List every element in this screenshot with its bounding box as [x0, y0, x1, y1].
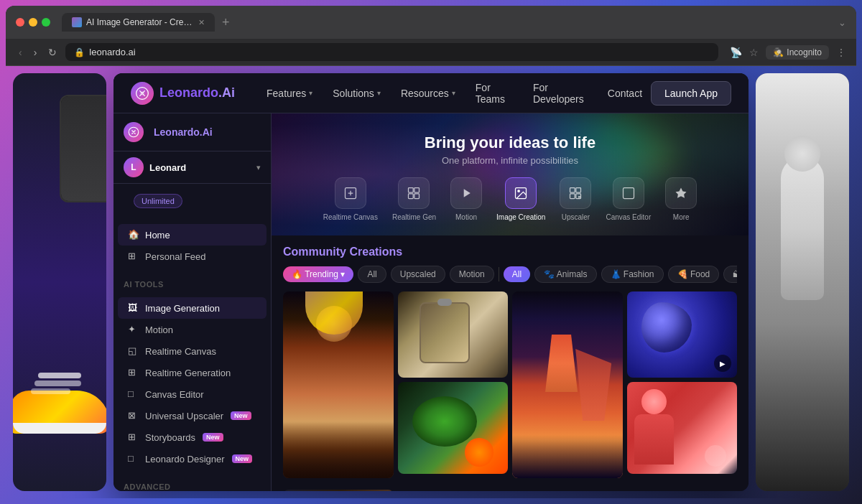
filter-all-inactive[interactable]: All	[358, 266, 386, 283]
filter-animals[interactable]: 🐾 Animals	[534, 266, 596, 283]
sidebar-item-leo-designer[interactable]: □ Leonardo Designer New	[118, 448, 267, 470]
left-decoration	[13, 73, 106, 491]
more-icon	[665, 177, 697, 209]
sidebar-item-image-gen[interactable]: 🖼 Image Generation	[118, 297, 267, 319]
home-icon: 🏠	[128, 229, 139, 241]
sidebar-item-canvas-editor[interactable]: □ Canvas Editor	[118, 383, 267, 405]
nav-for-teams[interactable]: For Teams	[467, 78, 522, 109]
image-creation-label: Image Creation	[496, 213, 545, 221]
motion-icon	[450, 177, 482, 209]
designer-icon: □	[128, 453, 139, 465]
menu-icon[interactable]: ⋮	[836, 47, 846, 58]
incognito-icon: 🕵	[773, 47, 784, 57]
grid-item-cartoon-girl[interactable]	[627, 382, 738, 474]
svg-rect-6	[409, 194, 414, 199]
storyboards-new-badge: New	[203, 433, 223, 442]
forward-button[interactable]: ›	[31, 45, 40, 60]
minimize-button[interactable]	[29, 18, 37, 27]
refresh-button[interactable]: ↻	[45, 45, 60, 60]
filter-food[interactable]: 🍕 Food	[668, 266, 720, 283]
logo-icon	[131, 82, 154, 105]
grid-item-chameleon[interactable]	[398, 382, 509, 474]
filter-landscapes[interactable]: 🏔 Landscapes	[723, 266, 737, 283]
user-dropdown-arrow[interactable]: ▾	[256, 163, 261, 172]
hero-tool-motion[interactable]: Motion	[450, 177, 482, 221]
svg-rect-12	[576, 188, 581, 193]
motion-icon: ✦	[128, 324, 139, 335]
tab-close-icon[interactable]: ✕	[198, 18, 205, 27]
grid-item-handbag[interactable]	[398, 291, 509, 378]
canvas-editor-label: Canvas Editor	[606, 213, 651, 221]
username-display: Leonard	[149, 162, 251, 173]
filter-all-active[interactable]: All	[504, 266, 530, 282]
hero-tool-canvas-editor[interactable]: Canvas Editor	[606, 177, 651, 221]
grid-item-3d-object[interactable]: ▶	[627, 291, 738, 378]
svg-rect-7	[414, 194, 420, 199]
bookmark-icon[interactable]: ☆	[749, 47, 759, 58]
app-window: Leonardo.Ai Features▾ Solutions▾ Resourc…	[113, 73, 749, 491]
image-grid-row2	[272, 490, 749, 491]
grid-item-dress[interactable]	[512, 291, 623, 478]
sidebar-item-storyboards[interactable]: ⊞ Storyboards New	[118, 426, 267, 448]
sidebar-item-motion[interactable]: ✦ Motion	[118, 319, 267, 340]
canvas-editor-icon	[613, 177, 644, 209]
nav-links: Features▾ Solutions▾ Resources▾ For Team…	[258, 78, 651, 109]
filter-bar: 🔥 Trending ▾ All Upscaled Motion All 🐾	[283, 266, 737, 283]
browser-tab-active[interactable]: AI Image Generator - Create ✕	[62, 13, 215, 32]
main-navbar: Leonardo.Ai Features▾ Solutions▾ Resourc…	[113, 73, 749, 113]
nav-solutions[interactable]: Solutions▾	[324, 83, 389, 103]
back-button[interactable]: ‹	[16, 45, 25, 60]
image-creation-icon	[505, 177, 537, 209]
designer-new-badge: New	[232, 454, 253, 463]
sidebar-header: Leonardo.Ai	[113, 113, 271, 151]
filter-trending[interactable]: 🔥 Trending ▾	[283, 266, 353, 282]
cast-icon[interactable]: 📡	[730, 47, 742, 58]
hero-tool-realtime-canvas[interactable]: Realtime Canvas	[323, 177, 378, 221]
sidebar-item-personal-feed[interactable]: ⊞ Personal Feed	[118, 246, 267, 267]
hero-title: Bring your ideas to life	[289, 134, 731, 152]
user-avatar: L	[124, 157, 144, 177]
maximize-button[interactable]	[42, 18, 50, 27]
nav-contact[interactable]: Contact	[599, 83, 651, 103]
community-section: Community Creations 🔥 Trending ▾ All Ups…	[272, 235, 749, 283]
filter-motion[interactable]: Motion	[450, 266, 494, 283]
lock-icon: 🔒	[74, 47, 85, 57]
hero-tools: Realtime Canvas	[289, 177, 731, 221]
incognito-button[interactable]: 🕵 Incognito	[766, 45, 829, 60]
svg-rect-13	[570, 194, 575, 199]
hero-banner: Bring your ideas to life One platform, i…	[272, 113, 749, 235]
upscaler-icon	[560, 177, 591, 209]
hero-tool-more[interactable]: More	[665, 177, 697, 221]
advanced-label: Advanced	[113, 475, 271, 491]
launch-app-button[interactable]: Launch App	[651, 81, 731, 106]
sidebar-item-upscaler[interactable]: ⊠ Universal Upscaler New	[118, 405, 267, 426]
svg-point-10	[518, 190, 520, 192]
sidebar-item-realtime-canvas[interactable]: ◱ Realtime Canvas	[118, 340, 267, 362]
grid-item-woman-gold[interactable]	[283, 291, 394, 478]
logo-area: Leonardo.Ai	[131, 82, 235, 105]
url-display: leonardo.ai	[89, 47, 710, 57]
nav-resources[interactable]: Resources▾	[392, 83, 464, 103]
hero-tool-realtime-gen[interactable]: Realtime Gen	[392, 177, 436, 221]
new-tab-button[interactable]: +	[218, 15, 234, 30]
nav-features[interactable]: Features▾	[258, 83, 321, 103]
svg-rect-5	[414, 188, 420, 193]
hero-tool-upscaler[interactable]: Upscaler	[560, 177, 591, 221]
sidebar-item-home[interactable]: 🏠 Home	[118, 224, 267, 246]
tab-favicon	[72, 17, 82, 27]
nav-for-developers[interactable]: For Developers	[524, 78, 596, 109]
hero-tool-image-creation[interactable]: Image Creation	[496, 177, 545, 221]
close-button[interactable]	[16, 18, 24, 27]
filter-upscaled[interactable]: Upscaled	[391, 266, 445, 283]
logo-text: Leonardo.Ai	[159, 85, 235, 101]
window-minimize-icon[interactable]: ⌄	[838, 17, 846, 28]
ai-tools-label: AI Tools	[113, 273, 271, 291]
address-bar[interactable]: 🔒 leonardo.ai	[65, 43, 718, 61]
svg-marker-8	[464, 189, 471, 197]
realtime-canvas-label: Realtime Canvas	[323, 213, 378, 221]
plan-badge: Unlimited	[134, 194, 182, 208]
hero-subtitle: One platform, infinite possibilities	[289, 155, 731, 166]
filter-fashion[interactable]: 👗 Fashion	[601, 266, 664, 283]
grid-item-afro[interactable]	[283, 490, 394, 491]
sidebar-item-realtime-gen[interactable]: ⊞ Realtime Generation	[118, 362, 267, 383]
